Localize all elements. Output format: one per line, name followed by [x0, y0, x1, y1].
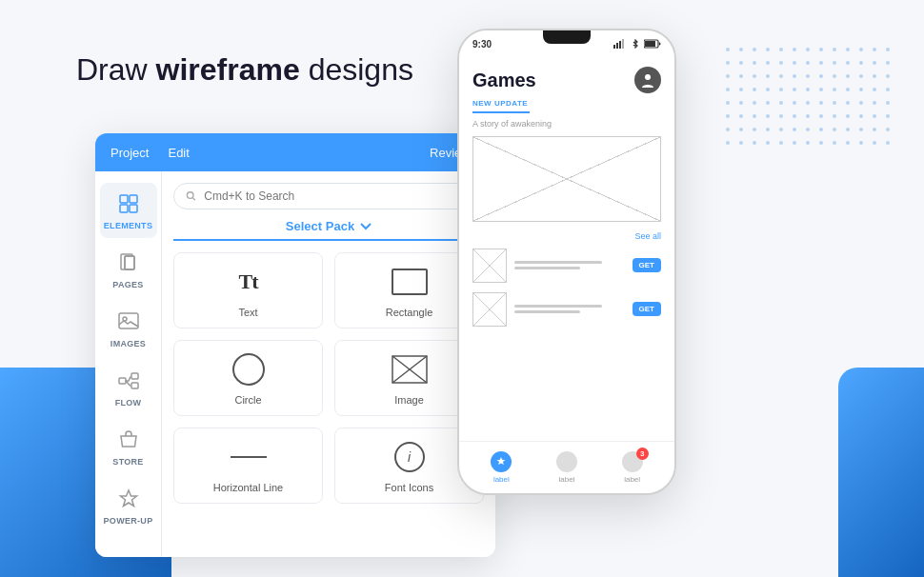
svg-rect-18 [619, 41, 621, 49]
search-input[interactable] [204, 189, 472, 203]
menu-bar: Project Edit Review › [95, 133, 495, 171]
sidebar-item-flow[interactable]: FLOW [100, 360, 157, 415]
phone-description: A story of awakening [472, 119, 661, 129]
circle-element-icon [225, 350, 272, 388]
wireframe-main-image [472, 136, 661, 222]
heading-prefix: Draw [76, 52, 156, 87]
nav-dot-2 [556, 451, 577, 472]
svg-rect-17 [616, 43, 618, 49]
fonticons-icon-display: i [394, 442, 425, 472]
sidebar-label-images: IMAGES [110, 339, 146, 348]
app-body: ELEMENTS PAGES [95, 171, 495, 557]
element-text-label: Text [238, 307, 257, 318]
heading-suffix: designs [300, 52, 413, 87]
svg-rect-10 [131, 373, 138, 379]
user-avatar[interactable] [634, 67, 661, 93]
phone-subtitle: NEW UPDATE [472, 99, 661, 108]
svg-point-12 [187, 192, 193, 199]
sidebar-item-store[interactable]: STORE [100, 419, 157, 474]
sidebar-label-store: STORE [112, 457, 143, 467]
get-button-1[interactable]: GET [633, 258, 661, 272]
svg-rect-5 [125, 256, 134, 269]
list-thumb-1 [472, 249, 507, 283]
chevron-down-icon [360, 223, 372, 230]
list-thumb-2 [472, 292, 507, 327]
element-circle[interactable]: Circle [173, 340, 323, 416]
sidebar-label-powerup: POWER-UP [104, 516, 153, 526]
phone-header: Games [472, 57, 661, 99]
fonticons-element-icon: i [386, 438, 433, 476]
status-icons [613, 39, 661, 49]
battery-icon [644, 39, 661, 49]
svg-rect-3 [130, 205, 137, 212]
text-icon-display: Tt [239, 269, 258, 294]
store-icon [115, 427, 142, 453]
menu-item-project[interactable]: Project [110, 146, 149, 160]
image-element-icon [386, 350, 433, 388]
wf-line-2a [514, 305, 602, 308]
nav-item-2[interactable]: label [556, 451, 577, 484]
blue-block-right [838, 368, 924, 577]
svg-rect-1 [130, 195, 137, 203]
phone-list-item-2: GET [472, 292, 661, 327]
element-text[interactable]: Tt Text [173, 252, 323, 328]
sidebar-item-powerup[interactable]: POWER-UP [100, 478, 157, 533]
see-all-container: See all [472, 231, 661, 241]
search-icon [186, 190, 196, 202]
nav-item-3[interactable]: label [622, 451, 643, 484]
images-icon [115, 308, 142, 335]
nav-label-3: label [624, 475, 640, 484]
rect-icon-display [392, 269, 428, 295]
bluetooth-icon [631, 39, 640, 49]
nav-item-1[interactable]: label [491, 451, 512, 484]
search-bar[interactable] [173, 183, 484, 209]
select-pack[interactable]: Select Pack [173, 219, 484, 241]
phone-bottom-nav: label label label [459, 441, 674, 493]
sidebar-label-pages: PAGES [112, 280, 143, 289]
phone-notch: 9:30 [459, 30, 674, 57]
notch [543, 30, 591, 44]
element-hline-label: Horizontal Line [213, 482, 283, 493]
svg-rect-11 [131, 383, 138, 388]
sidebar-item-pages[interactable]: PAGES [100, 242, 157, 297]
sidebar-item-elements[interactable]: ELEMENTS [100, 183, 157, 238]
element-circle-label: Circle [234, 394, 261, 406]
signal-icon [613, 39, 627, 49]
select-pack-label: Select Pack [286, 219, 354, 233]
nav-dot-1 [491, 451, 512, 472]
list-info-1 [514, 261, 625, 269]
sidebar: ELEMENTS PAGES [95, 171, 162, 557]
circle-icon-display [232, 353, 265, 386]
hline-element-icon [225, 438, 272, 476]
powerup-icon [115, 486, 142, 512]
element-hline[interactable]: Horizontal Line [173, 428, 323, 504]
svg-rect-0 [120, 195, 128, 203]
menu-item-edit[interactable]: Edit [168, 146, 189, 160]
wf-line-1b [514, 267, 580, 269]
phone-container: 9:30 G [457, 29, 686, 524]
wf-lines-1 [514, 261, 625, 269]
sidebar-item-images[interactable]: IMAGES [100, 301, 157, 356]
star-nav-icon [495, 456, 507, 468]
svg-rect-19 [622, 39, 624, 49]
elements-grid: Tt Text Rectangle Circle [173, 252, 484, 504]
dot-grid: const dg = document.querySelector('.dot-… [726, 48, 895, 150]
page-heading: Draw wireframe designs [76, 52, 413, 88]
rectangle-element-icon [386, 263, 433, 301]
element-rect-label: Rectangle [386, 307, 433, 318]
svg-rect-16 [613, 45, 615, 49]
heading-bold: wireframe [156, 52, 300, 87]
list-info-2 [514, 305, 625, 313]
svg-rect-9 [119, 378, 126, 384]
avatar-icon [640, 72, 655, 88]
see-all-link[interactable]: See all [634, 231, 661, 241]
svg-rect-2 [120, 205, 128, 212]
phone-time: 9:30 [472, 39, 492, 50]
phone-list-item-1: GET [472, 249, 661, 283]
sidebar-label-elements: ELEMENTS [104, 221, 152, 230]
get-button-2[interactable]: GET [633, 302, 661, 316]
svg-rect-7 [119, 313, 138, 328]
elements-icon [115, 190, 142, 217]
element-fonticons-label: Font Icons [385, 482, 433, 493]
element-image-label: Image [394, 394, 424, 406]
